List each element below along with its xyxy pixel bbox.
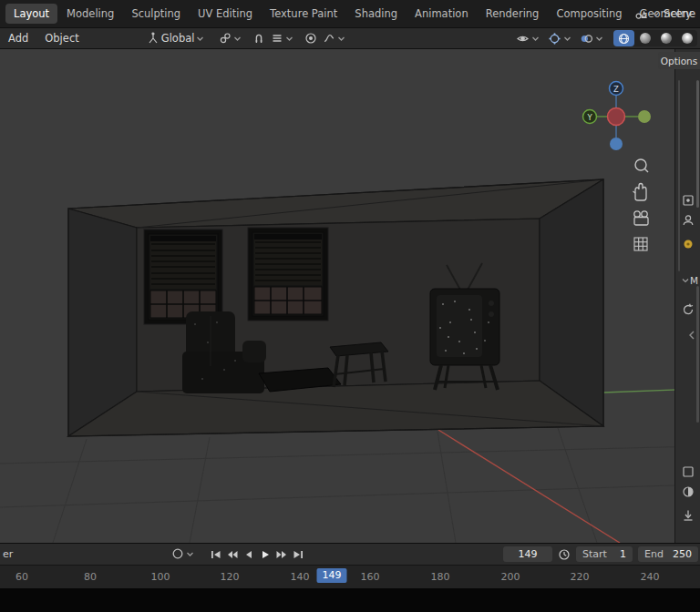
window-right: [248, 228, 328, 321]
frame-range-controls: 149 Start 1 End 250: [503, 546, 698, 562]
timeline-cropped-menu[interactable]: er: [3, 548, 13, 560]
auto-key-icon: [171, 547, 184, 560]
tab-sculpting[interactable]: Sculpting: [123, 4, 189, 24]
proportional-editing-toggle[interactable]: [302, 32, 320, 45]
ruler-tick: 100: [151, 571, 170, 583]
scene-yellow-icon[interactable]: [681, 237, 695, 251]
download-icon[interactable]: [681, 508, 695, 523]
window-left: [144, 230, 222, 324]
show-overlays-dropdown[interactable]: [577, 32, 606, 46]
gizmo-y-label: Y: [586, 113, 592, 122]
shading-material-button[interactable]: [655, 30, 676, 46]
clock-icon[interactable]: [558, 548, 571, 561]
proportional-editing-icon: [304, 32, 317, 45]
shading-rendered-button[interactable]: [676, 30, 697, 46]
chevron-down-icon: [563, 35, 571, 43]
tab-modeling[interactable]: Modeling: [58, 4, 122, 24]
rendered-shading-icon: [682, 33, 693, 44]
jump-start-icon: [210, 548, 222, 561]
scene-icon: [634, 7, 648, 21]
viewport-display-controls: [513, 30, 700, 46]
shading-solid-button[interactable]: [634, 30, 655, 46]
3d-viewport[interactable]: Z Y: [0, 49, 700, 543]
next-keyframe-icon: [275, 548, 288, 561]
ruler-tick: 60: [15, 571, 28, 583]
tab-animation[interactable]: Animation: [407, 4, 477, 24]
gizmo-z-label: Z: [613, 85, 619, 94]
ruler-tick: 200: [501, 571, 520, 583]
chevron-down-icon: [531, 35, 540, 43]
eye-icon: [516, 32, 530, 46]
chevron-down-icon: [186, 550, 194, 558]
play-reverse-button[interactable]: [241, 546, 257, 562]
options-button[interactable]: Options: [658, 52, 700, 69]
ruler-tick: 220: [571, 571, 590, 583]
playback-controls: [208, 546, 306, 562]
current-frame-value: 149: [519, 548, 538, 560]
start-label: Start: [576, 548, 607, 560]
tab-texture-paint[interactable]: Texture Paint: [262, 4, 345, 24]
gizmo-neg-y-ball[interactable]: [638, 110, 651, 123]
ruler-tick: 240: [641, 571, 660, 583]
ruler-tick: 120: [221, 571, 240, 583]
scrollbar[interactable]: [696, 286, 699, 423]
timeline-header: er: [0, 543, 700, 565]
jump-end-icon: [292, 548, 304, 561]
material-shading-icon: [661, 33, 672, 44]
play-button[interactable]: [257, 546, 273, 562]
next-keyframe-button[interactable]: [273, 546, 290, 562]
tab-rendering[interactable]: Rendering: [478, 4, 548, 24]
editor-square-icon[interactable]: [681, 193, 695, 208]
prev-keyframe-button[interactable]: [224, 546, 241, 562]
object-person-icon[interactable]: [681, 213, 695, 228]
end-frame-field[interactable]: End 250: [638, 546, 698, 562]
properties-editor-sliver: M: [674, 49, 700, 543]
tab-uv-editing[interactable]: UV Editing: [190, 4, 261, 24]
tab-layout[interactable]: Layout: [5, 4, 57, 24]
current-frame-indicator[interactable]: 149: [317, 568, 347, 583]
blender-window: Layout Modeling Sculpting UV Editing Tex…: [0, 0, 700, 612]
scene-selector[interactable]: Scene: [634, 0, 695, 27]
chevron-down-icon: [337, 35, 345, 43]
scrollbar[interactable]: [678, 80, 680, 271]
current-frame-field[interactable]: 149: [503, 546, 552, 562]
timeline-ruler[interactable]: 60 80 100 120 140 160 180 200 220 240 14…: [0, 565, 700, 588]
snap-toggle-button[interactable]: [250, 32, 268, 45]
chevron-left-icon[interactable]: [685, 328, 699, 342]
snap-with-dropdown[interactable]: [268, 32, 296, 45]
pivot-point-dropdown[interactable]: [216, 32, 244, 45]
ruler-tick: 80: [84, 571, 97, 583]
gizmo-neg-z-ball[interactable]: [610, 138, 623, 150]
jump-to-end-button[interactable]: [290, 546, 306, 562]
solid-shading-icon: [640, 33, 651, 44]
shading-wireframe-button[interactable]: [613, 30, 634, 46]
scrollbar[interactable]: [696, 80, 699, 208]
contrast-icon[interactable]: [681, 484, 695, 499]
overlays-icon: [580, 32, 593, 46]
chevron-down-icon: [595, 35, 603, 43]
add-menu[interactable]: Add: [0, 32, 36, 45]
gizmo-x-ball[interactable]: [608, 108, 625, 126]
viewport-scene: Z Y: [0, 49, 700, 543]
auto-keying-toggle[interactable]: [171, 547, 194, 560]
start-frame-field[interactable]: Start 1: [576, 546, 633, 562]
scene-name-label: Scene: [664, 7, 695, 20]
tab-compositing[interactable]: Compositing: [548, 4, 630, 24]
visibility-dropdown[interactable]: [513, 32, 542, 46]
show-gizmo-dropdown[interactable]: [545, 32, 574, 46]
bottom-black-strip: [0, 588, 700, 612]
ruler-tick: 180: [431, 571, 450, 583]
jump-to-start-button[interactable]: [208, 546, 224, 562]
chevron-down-icon: [652, 10, 660, 18]
collapsed-panel-label: M: [690, 275, 698, 286]
play-icon: [259, 548, 272, 561]
collapsed-panel-toggle[interactable]: M: [681, 273, 699, 288]
wireframe-shading-icon: [618, 33, 630, 45]
chevron-down-icon: [233, 35, 242, 43]
tab-shading[interactable]: Shading: [346, 4, 406, 24]
transform-orientation-dropdown[interactable]: Global: [144, 32, 208, 45]
object-menu[interactable]: Object: [36, 32, 87, 45]
refresh-icon[interactable]: [681, 302, 695, 317]
falloff-dropdown[interactable]: [320, 32, 348, 45]
square-icon[interactable]: [681, 464, 695, 479]
